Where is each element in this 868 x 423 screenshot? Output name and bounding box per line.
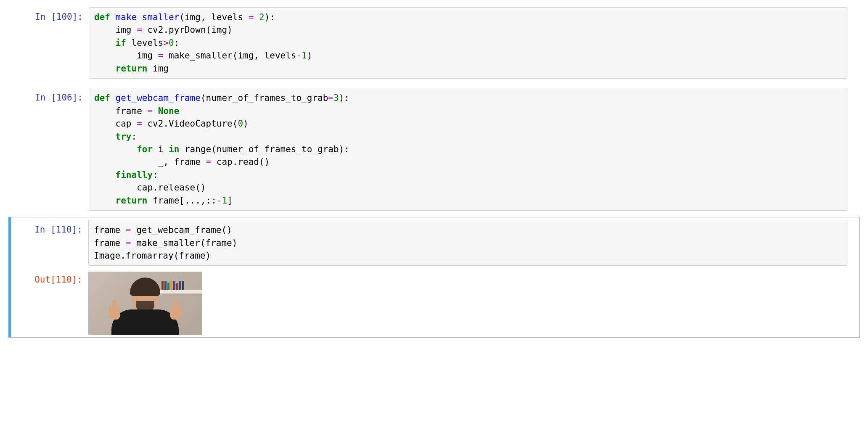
cell-output-row: Out[110]: <box>11 270 856 335</box>
notebook-container: In [100]:def make_smaller(img, levels = … <box>0 0 868 358</box>
input-prompt: In [110]: <box>8 220 88 235</box>
code-source[interactable]: def make_smaller(img, levels = 2): img =… <box>94 11 842 75</box>
code-source[interactable]: def get_webcam_frame(numer_of_frames_to_… <box>94 92 842 207</box>
code-cell[interactable]: In [110]:frame = get_webcam_frame() fram… <box>8 217 860 338</box>
cell-input-row: In [110]:frame = get_webcam_frame() fram… <box>11 220 856 266</box>
code-input-area[interactable]: frame = get_webcam_frame() frame = make_… <box>88 220 847 266</box>
output-area <box>88 270 856 335</box>
code-input-area[interactable]: def get_webcam_frame(numer_of_frames_to_… <box>89 88 847 211</box>
code-cell[interactable]: In [106]:def get_webcam_frame(numer_of_f… <box>8 85 860 214</box>
code-input-area[interactable]: def make_smaller(img, levels = 2): img =… <box>89 7 847 79</box>
code-cell[interactable]: In [100]:def make_smaller(img, levels = … <box>8 4 860 82</box>
code-source[interactable]: frame = get_webcam_frame() frame = make_… <box>94 224 842 262</box>
output-prompt: Out[110]: <box>8 270 88 286</box>
cell-input-row: In [106]:def get_webcam_frame(numer_of_f… <box>9 88 856 211</box>
cell-input-row: In [100]:def make_smaller(img, levels = … <box>9 7 856 79</box>
input-prompt: In [100]: <box>9 7 89 23</box>
input-prompt: In [106]: <box>9 88 89 103</box>
output-image <box>88 272 202 335</box>
